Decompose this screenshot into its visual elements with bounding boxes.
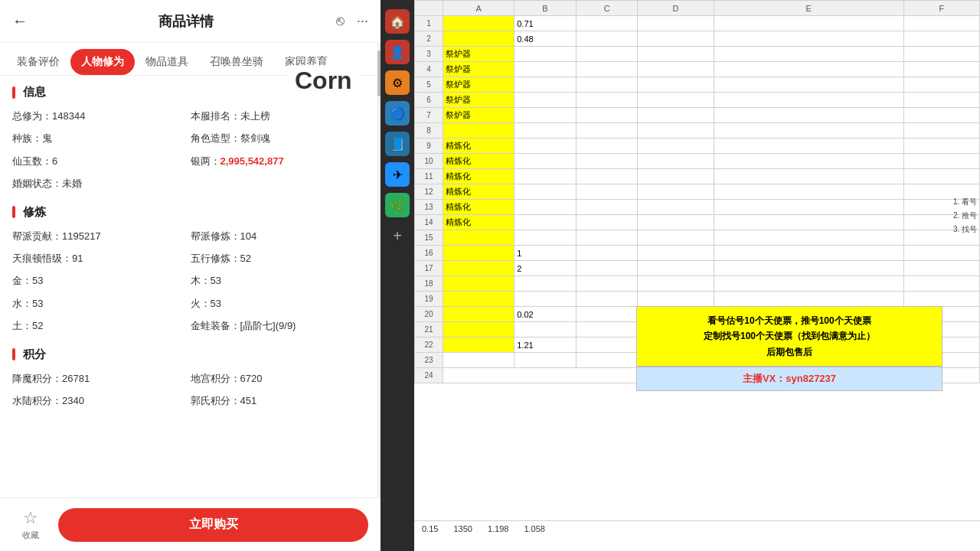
table-cell: [576, 184, 638, 200]
table-cell: [576, 108, 638, 123]
table-cell: 精炼化: [443, 139, 514, 154]
tab-garden[interactable]: 家园养育: [274, 49, 338, 75]
table-cell: 1: [514, 246, 577, 261]
table-cell: [903, 93, 979, 108]
buy-button[interactable]: 立即购买: [58, 508, 368, 542]
wood: 木：53: [191, 272, 369, 289]
favorite-button[interactable]: ☆ 收藏: [12, 508, 49, 541]
table-row: 7祭炉器: [415, 108, 980, 123]
table-cell: [514, 353, 577, 368]
table-row: 20.48: [415, 31, 980, 47]
table-cell: [903, 16, 979, 31]
table-cell: [903, 123, 979, 139]
table-cell: [903, 246, 979, 261]
table-cell: [903, 31, 979, 47]
promo-area: 看号估号10个天使票，推号100个天使票 定制找号100个天使票（找到包满意为止…: [636, 306, 942, 391]
table-row: 172: [415, 261, 980, 276]
bottom-val-4: 1.058: [524, 524, 545, 533]
table-cell: [714, 200, 903, 215]
sidebar-icon-home[interactable]: 🏠: [385, 9, 410, 34]
table-cell: [714, 292, 903, 307]
table-cell: [638, 77, 714, 93]
bottom-val-2: 1350: [453, 524, 472, 533]
table-cell: 祭炉器: [443, 108, 514, 123]
promo-box-2: 主播VX：syn827237: [636, 367, 942, 391]
table-cell: [514, 230, 577, 246]
table-cell: [576, 47, 638, 62]
table-cell: [576, 322, 638, 337]
star-icon: ☆: [23, 508, 38, 528]
golden-toad: 金蛙装备：[晶阶七](9/9): [191, 317, 369, 334]
back-button[interactable]: ←: [12, 12, 37, 30]
share-icon[interactable]: ⎋: [336, 13, 345, 29]
table-cell: [514, 169, 577, 184]
cultivation-grid: 帮派贡献：1195217 帮派修炼：104 天痕顿悟级：91 五行修炼：52 金…: [12, 227, 368, 335]
table-row: 9精炼化: [415, 139, 980, 154]
top-bar: ← 商品详情 ⎋ ···: [0, 0, 381, 43]
table-cell: [638, 108, 714, 123]
table-cell: [714, 47, 903, 62]
demon-score: 降魔积分：26781: [12, 370, 191, 387]
jade-count: 仙玉数：6: [12, 152, 191, 170]
table-cell: 0.02: [514, 307, 577, 322]
table-cell: [576, 16, 638, 31]
more-icon[interactable]: ···: [357, 13, 368, 29]
table-cell: [576, 139, 638, 154]
table-cell: 精炼化: [443, 200, 514, 215]
table-cell: [714, 261, 903, 276]
table-cell: [638, 276, 714, 292]
sidebar-icon-circle[interactable]: 🔵: [385, 101, 410, 126]
table-cell: [638, 169, 714, 184]
table-cell: [638, 200, 714, 215]
sheet-wrapper[interactable]: A B C D E F 10.7120.483祭炉器4祭炉器5祭炉器6祭炉器7祭…: [414, 0, 980, 520]
sidebar-icon-settings[interactable]: ⚙: [385, 70, 410, 95]
sidebar-icon-add[interactable]: +: [385, 223, 410, 248]
col-header-f: F: [903, 1, 979, 16]
sidebar-icon-user[interactable]: 👤: [385, 40, 410, 64]
table-cell: [714, 215, 903, 230]
table-row: 14精炼化: [415, 215, 980, 230]
table-cell: [638, 215, 714, 230]
table-cell: [514, 184, 577, 200]
table-cell: 精炼化: [443, 169, 514, 184]
table-cell: [443, 123, 514, 139]
left-panel: ← 商品详情 ⎋ ··· 装备评价 人物修为 物品道具 召唤兽坐骑 家园养育 信…: [0, 0, 381, 551]
table-row: 19: [415, 292, 980, 307]
table-cell: [443, 322, 514, 337]
table-cell: [903, 276, 979, 292]
tab-summon[interactable]: 召唤兽坐骑: [199, 49, 274, 75]
bottom-val-3: 1.198: [488, 524, 509, 533]
table-cell: [514, 154, 577, 169]
tab-cultivation[interactable]: 人物修为: [70, 49, 135, 75]
sidebar-icon-book[interactable]: 📘: [385, 132, 410, 156]
table-cell: [576, 292, 638, 307]
table-cell: [714, 230, 903, 246]
col-header-b: B: [514, 1, 577, 16]
table-cell: [714, 184, 903, 200]
table-row: 4祭炉器: [415, 62, 980, 77]
table-cell: [714, 93, 903, 108]
score-section: 积分 降魔积分：26781 地宫积分：6720 水陆积分：2340 郭氏积分：4…: [12, 347, 368, 410]
col-header-c: C: [576, 1, 638, 16]
tab-equipment[interactable]: 装备评价: [6, 49, 70, 75]
table-cell: [514, 62, 577, 77]
tab-items[interactable]: 物品道具: [135, 49, 199, 75]
cultivation-section: 修炼 帮派贡献：1195217 帮派修炼：104 天痕顿悟级：91 五行修炼：5…: [12, 205, 368, 335]
sidebar-icon-messenger[interactable]: ✈: [385, 162, 410, 187]
table-row: 10精炼化: [415, 154, 980, 169]
table-row: 161: [415, 246, 980, 261]
race: 种族：鬼: [12, 129, 191, 147]
table-cell: 精炼化: [443, 215, 514, 230]
table-cell: [903, 292, 979, 307]
gold: 金：53: [12, 272, 191, 289]
annotation-1: 1. 看号: [953, 195, 977, 209]
table-cell: [576, 31, 638, 47]
table-cell: [638, 261, 714, 276]
tab-bar: 装备评价 人物修为 物品道具 召唤兽坐骑 家园养育: [0, 43, 381, 76]
table-cell: [576, 169, 638, 184]
sidebar-icons: 🏠 👤 ⚙ 🔵 📘 ✈ 🌿 +: [381, 0, 414, 551]
table-cell: [443, 246, 514, 261]
table-cell: [443, 16, 514, 31]
sidebar-icon-leaf[interactable]: 🌿: [385, 193, 410, 217]
content-area: 信息 总修为：148344 本服排名：未上榜 种族：鬼 角色造型：祭剑魂 仙玉数…: [0, 76, 381, 497]
